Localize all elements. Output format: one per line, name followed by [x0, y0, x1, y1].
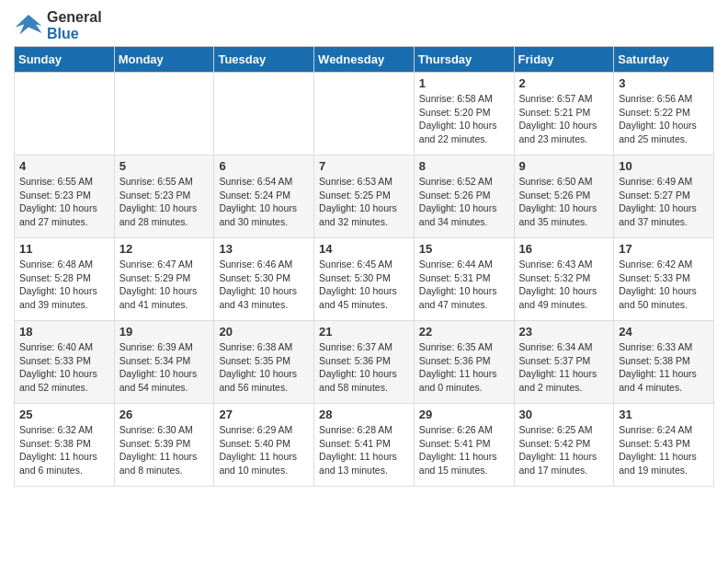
day-info: Sunrise: 6:54 AM Sunset: 5:24 PM Dayligh… [219, 175, 309, 229]
logo-text: General Blue [47, 9, 102, 42]
day-info: Sunrise: 6:45 AM Sunset: 5:30 PM Dayligh… [319, 258, 409, 312]
day-info: Sunrise: 6:35 AM Sunset: 5:36 PM Dayligh… [419, 340, 509, 395]
day-info: Sunrise: 6:39 AM Sunset: 5:34 PM Dayligh… [119, 340, 210, 395]
day-info: Sunrise: 6:47 AM Sunset: 5:29 PM Dayligh… [119, 258, 210, 312]
weekday-header: Sunday [15, 47, 115, 73]
calendar-cell: 11Sunrise: 6:48 AM Sunset: 5:28 PM Dayli… [15, 238, 115, 321]
day-number: 28 [319, 408, 409, 421]
day-number: 10 [619, 159, 709, 173]
day-number: 31 [619, 408, 709, 421]
day-info: Sunrise: 6:55 AM Sunset: 5:23 PM Dayligh… [119, 175, 210, 229]
calendar-cell: 23Sunrise: 6:34 AM Sunset: 5:37 PM Dayli… [514, 321, 614, 404]
calendar-cell: 21Sunrise: 6:37 AM Sunset: 5:36 PM Dayli… [314, 321, 415, 404]
day-info: Sunrise: 6:33 AM Sunset: 5:38 PM Dayligh… [619, 340, 709, 395]
day-info: Sunrise: 6:55 AM Sunset: 5:23 PM Dayligh… [19, 175, 109, 229]
day-info: Sunrise: 6:52 AM Sunset: 5:26 PM Dayligh… [419, 175, 509, 229]
day-number: 20 [219, 325, 309, 339]
day-number: 6 [219, 159, 309, 173]
weekday-header: Thursday [414, 47, 514, 73]
calendar-cell: 13Sunrise: 6:46 AM Sunset: 5:30 PM Dayli… [214, 238, 314, 321]
day-info: Sunrise: 6:46 AM Sunset: 5:30 PM Dayligh… [219, 258, 309, 312]
day-info: Sunrise: 6:24 AM Sunset: 5:43 PM Dayligh… [619, 423, 709, 477]
weekday-header: Monday [114, 47, 214, 73]
calendar-cell: 14Sunrise: 6:45 AM Sunset: 5:30 PM Dayli… [314, 238, 415, 321]
calendar-cell: 6Sunrise: 6:54 AM Sunset: 5:24 PM Daylig… [214, 155, 314, 238]
day-number: 8 [419, 159, 509, 173]
day-number: 29 [419, 408, 509, 421]
logo-icon [14, 11, 43, 40]
day-number: 17 [619, 242, 709, 256]
day-info: Sunrise: 6:53 AM Sunset: 5:25 PM Dayligh… [319, 175, 409, 229]
calendar-cell: 7Sunrise: 6:53 AM Sunset: 5:25 PM Daylig… [314, 155, 415, 238]
header: General Blue [14, 9, 714, 42]
day-number: 1 [419, 76, 509, 90]
day-number: 15 [419, 242, 509, 256]
calendar-cell [114, 73, 214, 155]
calendar-table: SundayMondayTuesdayWednesdayThursdayFrid… [14, 46, 714, 487]
calendar-cell: 8Sunrise: 6:52 AM Sunset: 5:26 PM Daylig… [414, 155, 514, 238]
day-number: 18 [19, 325, 109, 339]
calendar-cell: 12Sunrise: 6:47 AM Sunset: 5:29 PM Dayli… [114, 238, 214, 321]
day-info: Sunrise: 6:50 AM Sunset: 5:26 PM Dayligh… [519, 175, 609, 229]
calendar-week-row: 18Sunrise: 6:40 AM Sunset: 5:33 PM Dayli… [15, 321, 714, 404]
day-number: 4 [19, 159, 109, 173]
day-info: Sunrise: 6:57 AM Sunset: 5:21 PM Dayligh… [519, 92, 609, 146]
calendar-week-row: 11Sunrise: 6:48 AM Sunset: 5:28 PM Dayli… [15, 238, 714, 321]
day-info: Sunrise: 6:48 AM Sunset: 5:28 PM Dayligh… [19, 258, 109, 312]
day-info: Sunrise: 6:25 AM Sunset: 5:42 PM Dayligh… [519, 423, 609, 477]
weekday-header-row: SundayMondayTuesdayWednesdayThursdayFrid… [15, 47, 714, 73]
calendar-cell: 16Sunrise: 6:43 AM Sunset: 5:32 PM Dayli… [514, 238, 614, 321]
day-number: 14 [319, 242, 409, 256]
day-number: 5 [119, 159, 210, 173]
day-number: 9 [519, 159, 609, 173]
day-number: 16 [519, 242, 609, 256]
calendar-week-row: 25Sunrise: 6:32 AM Sunset: 5:38 PM Dayli… [15, 404, 714, 487]
day-number: 23 [519, 325, 609, 339]
day-number: 13 [219, 242, 309, 256]
day-number: 30 [519, 408, 609, 421]
day-number: 21 [319, 325, 409, 339]
day-info: Sunrise: 6:49 AM Sunset: 5:27 PM Dayligh… [619, 175, 709, 229]
calendar-cell: 26Sunrise: 6:30 AM Sunset: 5:39 PM Dayli… [114, 404, 214, 487]
calendar-cell: 28Sunrise: 6:28 AM Sunset: 5:41 PM Dayli… [314, 404, 415, 487]
calendar-cell [15, 73, 115, 155]
day-number: 12 [119, 242, 210, 256]
calendar-cell: 31Sunrise: 6:24 AM Sunset: 5:43 PM Dayli… [614, 404, 714, 487]
day-number: 27 [219, 408, 309, 421]
calendar-cell [314, 73, 415, 155]
day-info: Sunrise: 6:28 AM Sunset: 5:41 PM Dayligh… [319, 423, 409, 477]
day-info: Sunrise: 6:43 AM Sunset: 5:32 PM Dayligh… [519, 258, 609, 312]
calendar-cell: 20Sunrise: 6:38 AM Sunset: 5:35 PM Dayli… [214, 321, 314, 404]
calendar-cell: 2Sunrise: 6:57 AM Sunset: 5:21 PM Daylig… [514, 73, 614, 155]
day-info: Sunrise: 6:40 AM Sunset: 5:33 PM Dayligh… [19, 340, 109, 395]
day-number: 2 [519, 76, 609, 90]
day-info: Sunrise: 6:42 AM Sunset: 5:33 PM Dayligh… [619, 258, 709, 312]
calendar-cell: 3Sunrise: 6:56 AM Sunset: 5:22 PM Daylig… [614, 73, 714, 155]
day-number: 25 [19, 408, 109, 421]
weekday-header: Tuesday [214, 47, 314, 73]
day-info: Sunrise: 6:56 AM Sunset: 5:22 PM Dayligh… [619, 92, 709, 146]
day-number: 3 [619, 76, 709, 90]
calendar-cell: 10Sunrise: 6:49 AM Sunset: 5:27 PM Dayli… [614, 155, 714, 238]
day-info: Sunrise: 6:34 AM Sunset: 5:37 PM Dayligh… [519, 340, 609, 395]
calendar-week-row: 4Sunrise: 6:55 AM Sunset: 5:23 PM Daylig… [15, 155, 714, 238]
calendar-cell: 27Sunrise: 6:29 AM Sunset: 5:40 PM Dayli… [214, 404, 314, 487]
calendar-cell: 9Sunrise: 6:50 AM Sunset: 5:26 PM Daylig… [514, 155, 614, 238]
calendar-cell: 30Sunrise: 6:25 AM Sunset: 5:42 PM Dayli… [514, 404, 614, 487]
svg-marker-0 [16, 15, 42, 35]
day-number: 22 [419, 325, 509, 339]
calendar-week-row: 1Sunrise: 6:58 AM Sunset: 5:20 PM Daylig… [15, 73, 714, 155]
day-info: Sunrise: 6:32 AM Sunset: 5:38 PM Dayligh… [19, 423, 109, 477]
day-number: 7 [319, 159, 409, 173]
calendar-cell: 4Sunrise: 6:55 AM Sunset: 5:23 PM Daylig… [15, 155, 115, 238]
calendar-cell: 15Sunrise: 6:44 AM Sunset: 5:31 PM Dayli… [414, 238, 514, 321]
calendar-cell: 1Sunrise: 6:58 AM Sunset: 5:20 PM Daylig… [414, 73, 514, 155]
calendar-cell: 24Sunrise: 6:33 AM Sunset: 5:38 PM Dayli… [614, 321, 714, 404]
calendar-cell: 5Sunrise: 6:55 AM Sunset: 5:23 PM Daylig… [114, 155, 214, 238]
logo: General Blue [14, 9, 102, 42]
day-info: Sunrise: 6:38 AM Sunset: 5:35 PM Dayligh… [219, 340, 309, 395]
calendar-cell: 22Sunrise: 6:35 AM Sunset: 5:36 PM Dayli… [414, 321, 514, 404]
weekday-header: Friday [514, 47, 614, 73]
day-number: 24 [619, 325, 709, 339]
day-info: Sunrise: 6:26 AM Sunset: 5:41 PM Dayligh… [419, 423, 509, 477]
